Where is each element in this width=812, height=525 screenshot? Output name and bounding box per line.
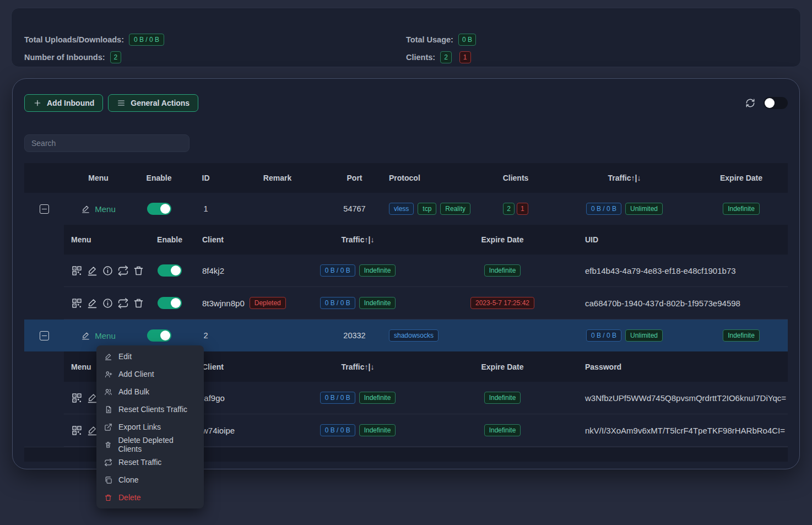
col-header-traffic: Traffic↑|↓ [608,174,641,182]
menu-item-add-client[interactable]: Add Client [96,365,204,383]
subcol-header-uid: UID [574,235,598,244]
inbound-enable-toggle[interactable] [147,203,171,215]
menu-item-delete[interactable]: Delete [96,489,204,506]
subcol-header-expire: Expire Date [481,235,523,244]
security-tag: Reality [440,203,470,215]
stats-card: Total Uploads/Downloads: 0 B / 0 B Numbe… [11,8,801,67]
client-name: laf9go [202,393,225,403]
row-menu-button[interactable]: Menu [81,204,116,214]
col-header-port: Port [347,174,362,182]
client-name: 8t3wjnn8p0 [202,299,245,308]
col-header-protocol: Protocol [381,174,420,182]
edit-pen-icon[interactable] [86,265,98,277]
stat-number-inbounds-badge: 2 [110,51,122,63]
users-add-icon [104,388,112,396]
menu-item-delete-depleted-clients[interactable]: Delete Depleted Clients [96,436,204,453]
inbound-row: Menu 1 54767 vless tcp Reality 2 1 0 B /… [24,193,788,225]
file-reset-icon [104,405,112,414]
network-tag: tcp [418,203,436,215]
qrcode-icon[interactable] [71,265,83,277]
client-row: 8f4kj2 0 B / 0 B Indefinite Indefinite e… [64,255,788,287]
search-input[interactable] [24,134,190,152]
client-traffic-limit-badge: Indefinite [359,424,396,436]
stat-total-uploads-label: Total Uploads/Downloads: [24,35,124,44]
menu-item-reset-traffic[interactable]: Reset Traffic [96,453,204,471]
plus-icon [33,99,42,107]
subtable-header-row: Menu Enable Client Traffic↑|↓ Expire Dat… [64,225,788,255]
stat-total-usage-badge: 0 B [458,34,476,46]
menu-item-export-links[interactable]: Export Links [96,418,204,436]
header-toggle[interactable] [764,97,788,109]
protocol-tag: vless [389,203,414,215]
edit-pen-icon [81,204,90,214]
edit-pen-icon [81,331,90,340]
client-subtable: Menu Enable Client Traffic↑|↓ Expire Dat… [64,225,788,320]
qrcode-icon[interactable] [71,297,83,309]
stat-number-inbounds: Number of Inbounds: 2 [24,51,121,63]
stat-total-usage: Total Usage: 0 B [406,34,476,46]
client-traffic-limit-badge: Indefinite [359,264,396,277]
col-header-menu: Menu [88,174,109,182]
general-actions-label: General Actions [131,99,190,107]
subcol-header-menu: Menu [71,235,91,244]
client-expire-badge: 2023-5-7 17:25:42 [470,297,534,309]
collapse-row-button[interactable] [40,331,49,340]
stat-clients-label: Clients: [406,53,435,62]
inbound-enable-toggle[interactable] [147,329,171,342]
subcol-header-traffic: Traffic↑|↓ [342,362,375,371]
add-inbound-button[interactable]: Add Inbound [24,94,103,112]
col-header-expire: Expire Date [720,174,762,182]
client-traffic-limit-badge: Indefinite [359,297,396,309]
qrcode-icon[interactable] [71,425,83,436]
table-header-row: Menu Enable ID Remark Port Protocol Clie… [24,163,788,193]
refresh-icon[interactable] [745,98,756,109]
subcol-header-expire: Expire Date [481,362,523,371]
general-actions-button[interactable]: General Actions [108,94,198,112]
col-header-clients: Clients [503,174,529,182]
trash-icon [104,494,112,502]
row-menu-button[interactable]: Menu [81,331,116,340]
qrcode-icon[interactable] [71,392,83,404]
client-enable-toggle[interactable] [158,297,182,309]
client-traffic-badge: 0 B / 0 B [320,424,355,436]
stat-total-uploads: Total Uploads/Downloads: 0 B / 0 B [24,34,164,46]
stat-total-usage-label: Total Usage: [406,35,453,44]
subcol-header-client: Client [191,235,224,244]
trash-icon[interactable] [133,297,144,309]
depleted-badge: Depleted [250,297,286,309]
traffic-badge: 0 B / 0 B [586,329,621,342]
stat-clients: Clients: 2 1 [406,51,471,63]
stat-clients-active-badge: 2 [440,51,452,63]
info-icon[interactable] [102,265,113,277]
inbound-id: 1 [203,204,208,213]
menu-item-clone[interactable]: Clone [96,471,204,489]
menu-lines-icon [117,99,126,107]
collapse-row-button[interactable] [40,204,49,214]
clone-icon [104,476,112,484]
stat-number-inbounds-label: Number of Inbounds: [24,53,105,62]
reset-arrows-icon[interactable] [117,297,129,309]
inbound-port: 54767 [343,204,365,213]
client-expire-badge: Indefinite [484,424,521,436]
reset-arrows-icon[interactable] [117,265,129,277]
menu-item-add-bulk[interactable]: Add Bulk [96,383,204,400]
trash-icon[interactable] [133,265,144,277]
edit-pen-icon[interactable] [86,297,98,309]
client-enable-toggle[interactable] [158,264,182,277]
menu-item-edit[interactable]: Edit [96,348,204,365]
user-add-icon [104,370,112,378]
export-icon [104,423,112,431]
client-name: 8f4kj2 [202,266,224,275]
info-icon[interactable] [102,297,113,309]
col-header-remark: Remark [263,174,291,182]
traffic-limit-badge: Unlimited [625,329,663,342]
client-uid: ca68470b-1940-437d-802b-1f9573e94598 [574,299,740,308]
edit-pen-icon [104,353,112,361]
col-header-enable: Enable [147,174,172,182]
client-password: w3NfbzUPf5WWd745Q8pvsmQrdrttT2IO6knuI7Di… [574,393,786,403]
inbound-port: 20332 [343,331,365,340]
client-uid: efb14b43-4a79-4e83-ef18-e48cf1901b73 [574,266,736,275]
menu-item-reset-clients-traffic[interactable]: Reset Clients Traffic [96,400,204,418]
reset-traffic-icon [104,458,112,467]
stat-clients-depleted-badge: 1 [459,51,471,63]
